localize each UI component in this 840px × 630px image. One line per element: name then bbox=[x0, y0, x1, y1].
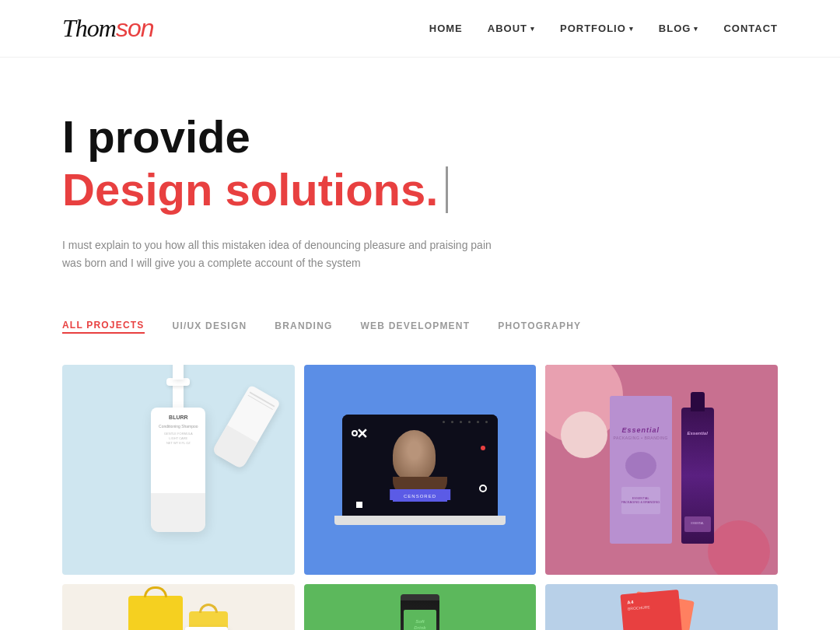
portfolio-item-3[interactable]: Essential PACKAGING • BRANDING ESSENTIAL… bbox=[545, 365, 778, 575]
blob-2 bbox=[708, 520, 770, 575]
can-label: SoftDrink bbox=[404, 610, 436, 630]
chevron-down-icon: ▾ bbox=[694, 25, 698, 33]
brochure-stack: A4 BROCHURE bbox=[615, 592, 709, 630]
marker-square bbox=[356, 502, 362, 508]
bag-1: BRAND bbox=[128, 596, 183, 630]
filter-tabs: ALL PROJECTS UI/UX DESIGN BRANDING WEB D… bbox=[0, 296, 840, 349]
hero-description: I must explain to you how all this mista… bbox=[62, 236, 498, 274]
chevron-down-icon: ▾ bbox=[530, 25, 535, 33]
censored-bar: CENSORED bbox=[393, 491, 447, 502]
filter-tab-photography[interactable]: PHOTOGRAPHY bbox=[498, 320, 581, 333]
portfolio-item-1[interactable]: BLURR Conditioning Shampoo GENTLE FORMUL… bbox=[62, 365, 295, 575]
text-cursor bbox=[446, 166, 448, 213]
can-container: SoftDrink bbox=[401, 594, 439, 630]
site-header: Thomson HOME ABOUT ▾ PORTFOLIO ▾ BLOG ▾ … bbox=[0, 0, 840, 58]
yellow-bags: BRAND LOGO name@email.com bbox=[128, 596, 228, 630]
essential-box: Essential PACKAGING • BRANDING ESSENTIAL… bbox=[610, 396, 672, 544]
filter-tab-branding[interactable]: BRANDING bbox=[275, 320, 332, 333]
portfolio-item-4[interactable]: BRAND LOGO name@email.com bbox=[62, 584, 295, 630]
small-card: ESSENTIALPACKAGING & BRANDING bbox=[621, 487, 660, 514]
laptop-base bbox=[334, 516, 506, 525]
dot-grid bbox=[443, 421, 492, 423]
marker-circle-2 bbox=[479, 485, 487, 492]
logo-accent: son bbox=[116, 14, 154, 42]
hero-section: I provide Design solutions. I must expla… bbox=[0, 58, 840, 296]
main-bottle: BLURR Conditioning Shampoo GENTLE FORMUL… bbox=[151, 408, 205, 532]
filter-tab-webdev[interactable]: WEB DEVELOPMENT bbox=[361, 320, 471, 333]
portfolio-item-6[interactable]: A4 BROCHURE bbox=[545, 584, 778, 630]
bottle-label: BLURR Conditioning Shampoo GENTLE FORMUL… bbox=[157, 414, 199, 446]
marker-dot bbox=[481, 446, 485, 450]
main-nav: HOME ABOUT ▾ PORTFOLIO ▾ BLOG ▾ CONTACT bbox=[429, 23, 778, 34]
chevron-down-icon: ▾ bbox=[629, 25, 634, 33]
hero-title-normal: I provide bbox=[62, 112, 778, 162]
filter-tab-all-projects[interactable]: ALL PROJECTS bbox=[62, 320, 145, 334]
x-mark: ✕ bbox=[356, 425, 368, 443]
nav-about[interactable]: ABOUT ▾ bbox=[488, 23, 535, 34]
blob-3 bbox=[561, 411, 607, 458]
laptop-mockup: ✕ ✕ CENSORED bbox=[334, 415, 506, 525]
small-bottle-decor bbox=[212, 385, 281, 470]
business-card: LOGO name@email.com bbox=[185, 627, 228, 630]
nav-home[interactable]: HOME bbox=[429, 23, 463, 34]
soda-can: SoftDrink bbox=[401, 594, 439, 630]
wine-bottle: Essential ESSENTIAL bbox=[681, 408, 714, 544]
brochure-front: A4 BROCHURE bbox=[620, 590, 684, 630]
filter-tab-uiux[interactable]: UI/UX DESIGN bbox=[173, 320, 247, 333]
portfolio-grid-row1: BLURR Conditioning Shampoo GENTLE FORMUL… bbox=[0, 349, 840, 575]
hero-title-accent: Design solutions. bbox=[62, 165, 778, 215]
nav-contact[interactable]: CONTACT bbox=[723, 23, 778, 34]
portfolio-item-2[interactable]: ✕ ✕ CENSORED bbox=[304, 365, 537, 575]
site-logo[interactable]: Thomson bbox=[62, 14, 154, 43]
portfolio-item-5[interactable]: SoftDrink bbox=[304, 584, 537, 630]
figure-silhouette bbox=[393, 430, 447, 496]
nav-portfolio[interactable]: PORTFOLIO ▾ bbox=[560, 23, 634, 34]
essential-products: Essential PACKAGING • BRANDING ESSENTIAL… bbox=[610, 396, 714, 544]
portfolio-grid-row2: BRAND LOGO name@email.com bbox=[0, 575, 840, 630]
nav-blog[interactable]: BLOG ▾ bbox=[659, 23, 699, 34]
